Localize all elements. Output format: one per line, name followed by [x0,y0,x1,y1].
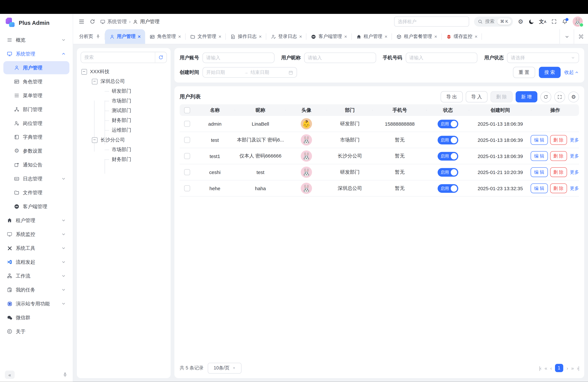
tree-search-input[interactable] [81,55,155,60]
search-button[interactable]: 搜 索 [539,67,561,78]
tree-node-test-dept[interactable]: 测试部门 [81,106,167,116]
status-toggle[interactable]: 启用 [438,184,458,193]
tree-node-market-dept[interactable]: 市场部门 [81,96,167,106]
sidebar-item-dict-management[interactable]: 字典管理 [3,130,69,144]
refresh-icon[interactable] [90,19,95,24]
tab-user-management[interactable]: 用户管理× [105,29,145,44]
last-page-button[interactable]: ›| [577,365,579,371]
translate-icon[interactable]: 文A [539,18,546,25]
tabs-dropdown-button[interactable] [559,29,574,44]
collapse-filters-link[interactable]: 收起 [564,69,579,76]
sidebar-collapse-button[interactable]: « [5,371,15,379]
status-toggle[interactable]: 启用 [438,168,458,176]
delete-row-button[interactable]: 删 除 [550,135,567,145]
row-checkbox[interactable] [184,121,190,127]
collapse-minus-icon[interactable] [92,79,97,84]
delete-row-button[interactable]: 删 除 [550,151,567,161]
user-avatar[interactable]: 🐰 [573,17,583,27]
tree-node-changsha-branch[interactable]: 长沙分公司 [81,135,167,145]
sidebar-item-my-tasks[interactable]: 我的任务 [3,283,69,296]
tab-operation-log[interactable]: 操作日志× [226,29,266,44]
sidebar-item-demo-features[interactable]: 演示站专用功能 [3,297,69,310]
sidebar-item-wechat-group[interactable]: 微信群 [3,311,69,324]
page-size-select[interactable]: 10条/页 ▼ [208,363,242,374]
sidebar-item-system-monitor[interactable]: 系统监控 [3,228,69,241]
tree-node-finance-dept[interactable]: 财务部门 [81,116,167,125]
tree-node-market-dept2[interactable]: 市场部门 [81,145,167,155]
tab-client-management[interactable]: 客户端管理× [307,29,352,44]
current-page-button[interactable]: 1 [555,364,563,372]
more-button[interactable]: 更多 [569,168,580,177]
row-checkbox[interactable] [184,169,190,175]
tab-analysis-page[interactable]: 分析页 [75,29,105,44]
tree-node-company[interactable]: XXX科技 [81,67,167,77]
close-icon[interactable]: × [434,34,437,39]
sidebar-item-file-management[interactable]: 文件管理 [3,186,69,199]
import-button[interactable]: 导 入 [465,91,487,103]
sidebar-item-menu-management[interactable]: 菜单管理 [3,89,69,102]
status-toggle[interactable]: 启用 [438,152,458,160]
user-status-select[interactable]: 请选择 [507,52,579,63]
tree-node-rd-dept[interactable]: 研发部门 [81,86,167,96]
tree-node-finance-dept2[interactable]: 财务部门 [81,155,167,164]
user-nickname-input[interactable] [304,52,376,63]
table-refresh-button[interactable] [540,91,551,102]
settings-gear-icon[interactable]: ⚙ [518,18,523,25]
close-icon[interactable]: × [138,34,141,39]
phone-number-input[interactable] [406,52,477,63]
user-account-input[interactable] [203,52,274,63]
sidebar-item-log-management[interactable]: 日志管理 [3,172,69,185]
tab-tenant-package-management[interactable]: 租户套餐管理× [392,29,442,44]
close-icon[interactable]: × [475,34,477,39]
tab-role-management[interactable]: 角色管理× [145,29,186,44]
reset-button[interactable]: 重 置 [513,67,535,78]
edit-button[interactable]: 编 辑 [531,135,548,145]
row-checkbox[interactable] [184,153,190,159]
avatar[interactable]: 🐰 [301,167,312,178]
sidebar-item-system-management[interactable]: 系统管理 [3,47,69,60]
edit-button[interactable]: 编 辑 [531,184,548,193]
first-page-button[interactable]: |‹ [539,365,541,371]
export-button[interactable]: 导 出 [441,91,462,103]
sidebar-item-overview[interactable]: 概览 [3,33,69,46]
sidebar-item-role-management[interactable]: 角色管理 [3,75,69,88]
sidebar-item-workflow[interactable]: 工作流 [3,269,69,282]
avatar[interactable]: 🐰 [301,183,312,194]
close-icon[interactable]: × [259,34,262,39]
sidebar-item-tenant-management[interactable]: 租户管理 [3,214,69,227]
tree-node-ops-dept[interactable]: 运维部门 [81,125,167,135]
status-toggle[interactable]: 启用 [438,119,458,128]
sidebar-item-system-tools[interactable]: 系统工具 [3,242,69,255]
close-icon[interactable]: × [219,34,221,39]
avatar[interactable]: 👶 [301,118,312,129]
tab-cache-monitor[interactable]: 缓存监控× [442,29,482,44]
status-toggle[interactable]: 启用 [438,136,458,144]
edit-button[interactable]: 编 辑 [531,151,548,161]
row-checkbox[interactable] [184,137,190,143]
close-icon[interactable]: × [299,34,302,39]
sidebar-item-process-start[interactable]: 流程发起 [3,255,69,269]
collapse-minus-icon[interactable] [81,69,87,74]
close-icon[interactable]: × [178,34,181,39]
avatar[interactable]: 🐰 [301,134,312,146]
fullscreen-icon[interactable] [551,19,557,24]
breadcrumb-system-management[interactable]: 系统管理 [100,18,127,25]
next-page-button[interactable]: › [567,365,568,371]
tab-tenant-management[interactable]: 租户管理× [352,29,392,44]
more-button[interactable]: 更多 [569,135,580,145]
close-icon[interactable]: × [385,34,387,39]
notifications-bell-icon[interactable] [562,19,568,25]
sidebar-item-client-management[interactable]: 客户端管理 [3,200,69,213]
collapse-minus-icon[interactable] [92,137,97,143]
tab-file-management[interactable]: 文件管理× [186,29,226,44]
tab-login-log[interactable]: 登录日志× [266,29,307,44]
add-button[interactable]: 新 增 [515,91,537,103]
delete-button[interactable]: 删 除 [490,91,512,103]
tenant-select-input[interactable] [394,17,469,27]
sidebar-item-dept-management[interactable]: 部门管理 [3,103,69,116]
prev-page-button[interactable]: ‹ [550,365,552,371]
content-fullscreen-button[interactable] [574,29,588,44]
dark-mode-moon-icon[interactable] [528,19,534,25]
global-search[interactable]: 搜索 ⌘ K [474,17,513,27]
pin-icon[interactable] [62,372,68,378]
